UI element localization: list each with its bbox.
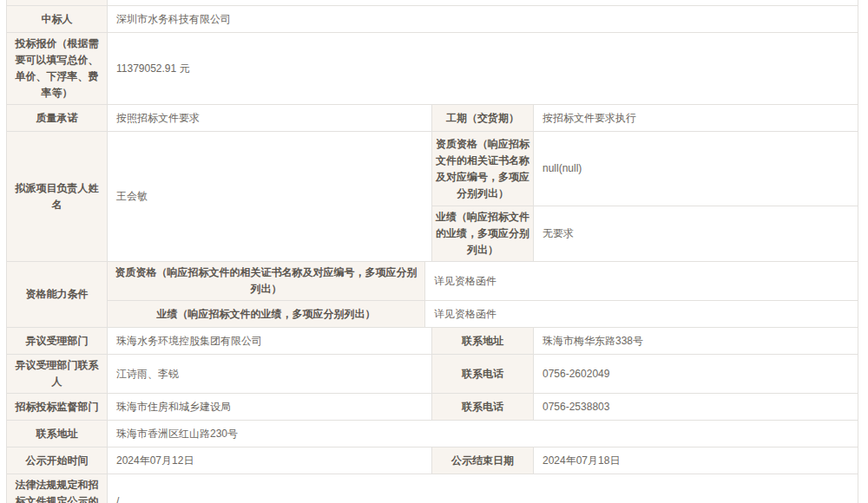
- objection-phone-value: 0756-2602049: [534, 355, 858, 394]
- publicity-end-value: 2024年07月18日: [534, 447, 858, 474]
- contact-addr-label: 联系地址: [7, 421, 108, 447]
- supervision-phone-value: 0756-2538803: [534, 394, 858, 421]
- supervision-phone-label: 联系电话: [432, 394, 534, 421]
- objection-contact-label: 异议受理部门联系人: [7, 355, 108, 394]
- objection-contact-value: 江诗雨、李锐: [108, 355, 432, 394]
- capability-qualification-value: 详见资格函件: [425, 262, 858, 301]
- leader-performance-value: 无要求: [534, 206, 858, 262]
- row-supervision-dept: 招标投标监督部门 珠海市住房和城乡建设局 联系电话 0756-2538803: [7, 394, 858, 421]
- bid-announcement-table: 中标人 深圳市水务科技有限公司 投标报价（根据需要可以填写总价、单价、下浮率、费…: [6, 0, 858, 503]
- leader-qualification-label: 资质资格（响应招标文件的相关证书名称及对应编号，多项应分别列出）: [432, 132, 534, 206]
- capability-performance-label: 业绩（响应招标文件的业绩，多项应分别列出）: [108, 301, 425, 328]
- row-other-content: 法律法规规定和招标文件规定公示的其他内容 /: [7, 474, 858, 503]
- quality-label: 质量承诺: [7, 105, 108, 132]
- row-capability-qualification: 资格能力条件 资质资格（响应招标文件的相关证书名称及对应编号，多项应分别列出） …: [7, 262, 858, 301]
- project-leader-value: 王会敏: [108, 132, 432, 262]
- duration-value: 按招标文件要求执行: [534, 105, 858, 132]
- capability-performance-value: 详见资格函件: [425, 301, 858, 328]
- other-content-value: /: [108, 474, 858, 503]
- capability-qualification-label: 资质资格（响应招标文件的相关证书名称及对应编号，多项应分别列出）: [108, 262, 425, 301]
- row-quality-duration: 质量承诺 按照招标文件要求 工期（交货期） 按招标文件要求执行: [7, 105, 858, 132]
- objection-phone-label: 联系电话: [432, 355, 534, 394]
- row-bid-price: 投标报价（根据需要可以填写总价、单价、下浮率、费率等） 11379052.91 …: [7, 33, 858, 105]
- bid-price-value: 11379052.91 元: [108, 33, 858, 105]
- winner-label: 中标人: [7, 6, 108, 33]
- row-publicity-dates: 公示开始时间 2024年07月12日 公示结束日期 2024年07月18日: [7, 447, 858, 474]
- leader-qualification-value: null(null): [534, 132, 858, 206]
- row-project-leader: 拟派项目负责人姓名 王会敏 资质资格（响应招标文件的相关证书名称及对应编号，多项…: [7, 132, 858, 206]
- row-winner: 中标人 深圳市水务科技有限公司: [7, 6, 858, 33]
- objection-dept-value: 珠海水务环境控股集团有限公司: [108, 328, 432, 355]
- row-capability-performance: 业绩（响应招标文件的业绩，多项应分别列出） 详见资格函件: [7, 301, 858, 328]
- project-leader-label: 拟派项目负责人姓名: [7, 132, 108, 262]
- objection-addr-value: 珠海市梅华东路338号: [534, 328, 858, 355]
- duration-label: 工期（交货期）: [432, 105, 534, 132]
- objection-dept-label: 异议受理部门: [7, 328, 108, 355]
- winner-value: 深圳市水务科技有限公司: [108, 6, 858, 33]
- bid-price-label: 投标报价（根据需要可以填写总价、单价、下浮率、费率等）: [7, 33, 108, 105]
- row-objection-dept: 异议受理部门 珠海水务环境控股集团有限公司 联系地址 珠海市梅华东路338号: [7, 328, 858, 355]
- other-content-label: 法律法规规定和招标文件规定公示的其他内容: [7, 474, 108, 503]
- capability-label: 资格能力条件: [7, 262, 108, 328]
- contact-addr-value: 珠海市香洲区红山路230号: [108, 421, 858, 447]
- supervision-dept-value: 珠海市住房和城乡建设局: [108, 394, 432, 421]
- leader-performance-label: 业绩（响应招标文件的业绩，多项应分别列出）: [432, 206, 534, 262]
- publicity-start-value: 2024年07月12日: [108, 447, 432, 474]
- bid-announcement-page: 中标人 深圳市水务科技有限公司 投标报价（根据需要可以填写总价、单价、下浮率、费…: [0, 0, 868, 503]
- publicity-start-label: 公示开始时间: [7, 447, 108, 474]
- row-contact-addr: 联系地址 珠海市香洲区红山路230号: [7, 421, 858, 447]
- publicity-end-label: 公示结束日期: [432, 447, 534, 474]
- row-objection-contact: 异议受理部门联系人 江诗雨、李锐 联系电话 0756-2602049: [7, 355, 858, 394]
- supervision-dept-label: 招标投标监督部门: [7, 394, 108, 421]
- objection-addr-label: 联系地址: [432, 328, 534, 355]
- quality-value: 按照招标文件要求: [108, 105, 432, 132]
